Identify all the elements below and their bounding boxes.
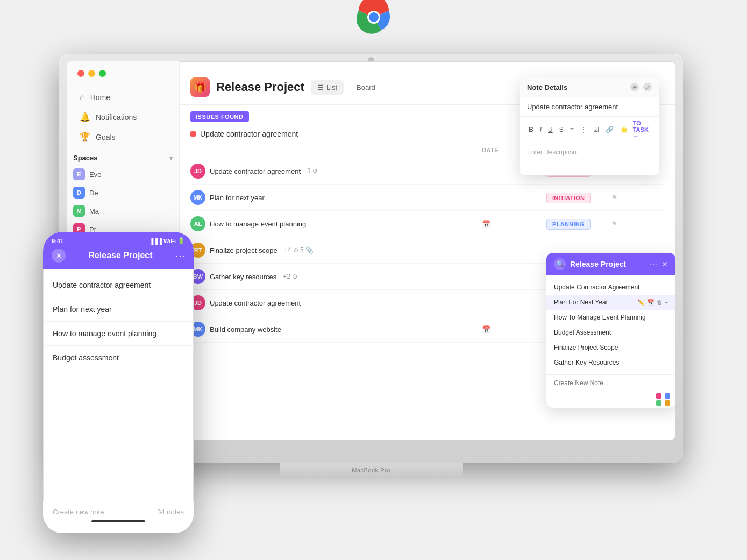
home-icon: ⌂	[80, 93, 85, 102]
row-task-name: Finalize project scope	[210, 246, 278, 254]
link-button[interactable]: 🔗	[604, 125, 615, 134]
ordered-list-button[interactable]: ⋮	[579, 125, 588, 134]
phone-note-label: How to manage event planning	[53, 329, 156, 338]
row-name-cell: MK Plan for next year	[190, 190, 482, 205]
space-eve-label: Eve	[89, 171, 101, 179]
table-row[interactable]: AL How to manage event planning 📅 PLANNI…	[190, 211, 665, 237]
sidebar-item-home-label: Home	[90, 93, 110, 102]
spaces-section: Spaces ▾	[67, 147, 179, 165]
row-stage: PLANNING	[546, 220, 611, 228]
phone-note-item[interactable]: Budget assessment	[43, 346, 194, 370]
note-list-item[interactable]: Plan For Next Year ✏️ 📅 🗑 +	[546, 295, 675, 310]
calendar-icon[interactable]: 📅	[647, 299, 654, 306]
list-button[interactable]: ≡	[568, 125, 575, 134]
note-list-item[interactable]: Gather Key Resources	[546, 355, 675, 370]
row-name-cell: MK Build company website	[190, 322, 482, 337]
edit-icon[interactable]: ✏️	[637, 299, 645, 306]
create-note-label[interactable]: Create new note	[53, 508, 104, 516]
phone-note-label: Update contractor agreement	[53, 281, 151, 289]
to-task-label: TO TASK →	[633, 120, 652, 139]
sidebar-item-goals-label: Goals	[96, 133, 116, 141]
note-toolbar: B I U S ≡ ⋮ ☑ 🔗 ⭐ TO TASK →	[520, 117, 659, 143]
note-description[interactable]: Enter Description	[520, 143, 659, 175]
apps-icon[interactable]	[656, 393, 671, 406]
note-details-popup: Note Details ⊖ ⤢ Update contractor agree…	[520, 77, 659, 175]
bold-button[interactable]: B	[527, 125, 535, 134]
phone-note-label: Budget assessment	[53, 353, 119, 362]
close-button[interactable]	[77, 70, 84, 77]
note-expand-button[interactable]: ⤢	[643, 83, 652, 91]
checkbox-button[interactable]: ☑	[592, 125, 601, 134]
row-priority: ⚑	[611, 219, 665, 228]
space-de-avatar: D	[73, 187, 85, 199]
phone-notch-bar: 9:41 ▐▐▐ WiFi 🔋 ✕ Release Project ⋯	[43, 232, 194, 269]
maximize-button[interactable]	[99, 70, 106, 77]
phone-footer: Create new note 34 notes	[43, 501, 194, 533]
phone-project-title: Release Project	[88, 251, 152, 260]
phone-more-button[interactable]: ⋯	[175, 250, 185, 261]
row-name-cell: AL How to manage event planning	[190, 216, 482, 231]
wifi-icon: WiFi	[163, 238, 176, 244]
traffic-lights	[77, 70, 106, 77]
row-name-cell: JD Update contractor agreement 3 ↺	[190, 164, 482, 179]
row-priority: ⚑	[611, 193, 665, 202]
space-de-label: De	[89, 189, 98, 197]
row-name-cell: BW Gather key resources +2 ⊙	[190, 269, 482, 284]
space-eve-avatar: E	[73, 168, 85, 180]
phone-close-button[interactable]: ✕	[52, 249, 66, 263]
sidebar-space-de[interactable]: D De	[67, 183, 179, 202]
notes-close-button[interactable]: ✕	[661, 260, 668, 268]
phone-header: ✕ Release Project ⋯	[52, 249, 185, 263]
avatar: JD	[190, 164, 205, 179]
spaces-label: Spaces	[73, 154, 98, 162]
issues-item-label: Update contractor agreement	[200, 130, 298, 138]
row-task-name: Plan for next year	[210, 194, 265, 202]
note-list-item[interactable]: Budget Assessment	[546, 325, 675, 340]
note-title-text: Update contractor agreement	[527, 103, 618, 111]
note-item-actions: ✏️ 📅 🗑 +	[637, 299, 668, 306]
tab-list-label: List	[326, 83, 337, 91]
phone-status-bar: 9:41 ▐▐▐ WiFi 🔋	[52, 237, 185, 244]
italic-button[interactable]: I	[538, 125, 543, 134]
note-list-item[interactable]: Update Contractor Agreement	[546, 280, 675, 295]
note-popup-controls: ⊖ ⤢	[630, 83, 652, 91]
sidebar-item-home[interactable]: ⌂ Home	[73, 88, 173, 107]
note-popup-title: Note Details	[527, 83, 567, 91]
tab-list[interactable]: ☰ List	[311, 80, 344, 95]
create-note-input[interactable]	[554, 379, 668, 387]
list-icon: ☰	[317, 83, 324, 91]
project-title: Release Project	[216, 80, 304, 94]
underline-button[interactable]: U	[546, 125, 554, 134]
row-date: 📅	[482, 325, 546, 334]
notes-more-button[interactable]: ⋯	[650, 260, 657, 268]
stage-badge: PLANNING	[546, 219, 591, 230]
phone-notes-list: Update contractor agreement Plan for nex…	[43, 269, 194, 374]
sidebar-item-notifications[interactable]: 🔔 Notifications	[73, 108, 173, 126]
add-icon[interactable]: +	[665, 299, 668, 306]
sidebar-item-notifications-label: Notifications	[96, 113, 137, 122]
to-task-button[interactable]: TO TASK →	[633, 120, 652, 139]
row-tags: +4 ⊙ 5 📎	[284, 246, 314, 254]
notes-panel-title-text: Release Project	[570, 260, 626, 268]
issues-dot	[190, 131, 196, 137]
table-row[interactable]: MK Plan for next year INITIATION ⚑	[190, 185, 665, 211]
strikethrough-button[interactable]: S	[558, 125, 565, 134]
svg-point-3	[369, 12, 379, 22]
minimize-button[interactable]	[88, 70, 95, 77]
tab-board[interactable]: Board	[350, 80, 382, 95]
note-list-item[interactable]: Finalize Project Scope	[546, 340, 675, 355]
note-item-label: Budget Assessment	[554, 329, 611, 336]
sidebar-space-ma[interactable]: M Ma	[67, 202, 179, 220]
search-icon[interactable]: 🔍	[554, 258, 566, 270]
star-button[interactable]: ⭐	[618, 125, 630, 134]
phone-note-item[interactable]: Plan for next year	[43, 297, 194, 322]
note-minimize-button[interactable]: ⊖	[630, 83, 639, 91]
row-task-name: Update contractor agreement	[210, 167, 301, 175]
note-list-item[interactable]: How To Manage Event Planning	[546, 310, 675, 325]
phone-note-item[interactable]: Update contractor agreement	[43, 273, 194, 297]
phone-note-item[interactable]: How to manage event planning	[43, 322, 194, 346]
sidebar-item-goals[interactable]: 🏆 Goals	[73, 127, 173, 146]
sidebar-space-eve[interactable]: E Eve	[67, 165, 179, 183]
col-name	[190, 147, 482, 153]
trash-icon[interactable]: 🗑	[657, 299, 663, 306]
